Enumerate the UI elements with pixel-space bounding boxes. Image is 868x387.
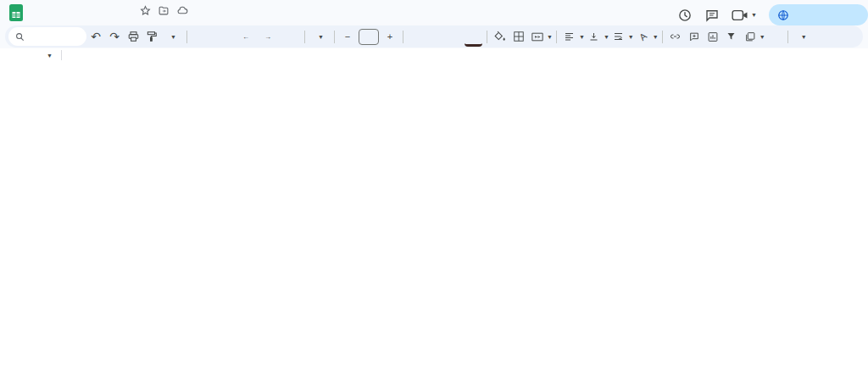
print-button[interactable] xyxy=(125,28,142,45)
merge-caret-icon[interactable]: ▼ xyxy=(547,34,553,40)
meet-caret-icon: ▼ xyxy=(751,12,757,18)
insert-chart-button[interactable] xyxy=(704,28,721,45)
name-box[interactable]: ▼ xyxy=(0,53,53,59)
insert-comment-button[interactable] xyxy=(686,28,702,45)
share-globe-icon xyxy=(777,9,789,21)
move-folder-icon[interactable] xyxy=(158,5,170,16)
horizontal-align-button[interactable] xyxy=(561,28,577,45)
search-icon xyxy=(15,32,25,42)
format-percent-button[interactable] xyxy=(214,28,234,45)
share-button[interactable] xyxy=(769,4,868,25)
text-color-button[interactable] xyxy=(465,27,482,47)
name-box-caret-icon: ▼ xyxy=(47,53,53,59)
version-history-icon[interactable] xyxy=(677,8,693,23)
increase-decimals-button[interactable]: → xyxy=(259,28,278,45)
horizontal-align-caret-icon[interactable]: ▼ xyxy=(579,34,585,40)
strikethrough-button[interactable] xyxy=(446,28,462,45)
format-currency-button[interactable] xyxy=(192,28,212,45)
cloud-status-icon[interactable] xyxy=(176,5,189,16)
font-size-increase-button[interactable]: + xyxy=(382,28,398,45)
zoom-select[interactable]: ▼ xyxy=(163,28,182,45)
vertical-align-caret-icon[interactable]: ▼ xyxy=(604,34,609,40)
text-rotation-button[interactable]: A xyxy=(632,25,654,48)
font-size-decrease-button[interactable]: − xyxy=(340,28,356,45)
fill-color-button[interactable] xyxy=(492,28,509,45)
undo-button[interactable]: ↶ xyxy=(88,28,104,45)
vertical-align-button[interactable] xyxy=(586,28,602,45)
table-views-caret-icon[interactable]: ▼ xyxy=(760,34,765,40)
sheets-logo-icon[interactable] xyxy=(8,4,25,21)
spreadsheet-grid[interactable] xyxy=(0,62,868,387)
google-sheets-app: ▼ ↶ ↷ ▼ ← → xyxy=(0,0,868,387)
filter-button[interactable] xyxy=(723,28,739,45)
meet-present-icon[interactable]: ▼ xyxy=(732,8,757,22)
toolbar: ↶ ↷ ▼ ← → ▼ − + xyxy=(5,25,863,48)
text-wrap-button[interactable] xyxy=(610,28,626,45)
formula-bar: ▼ xyxy=(0,48,868,63)
table-views-button[interactable] xyxy=(742,28,758,45)
more-formats-button[interactable] xyxy=(281,28,300,45)
font-select[interactable]: ▼ xyxy=(310,28,330,45)
borders-button[interactable] xyxy=(511,28,527,45)
italic-button[interactable] xyxy=(427,28,443,45)
menus-search-button[interactable] xyxy=(8,27,86,46)
star-icon[interactable] xyxy=(140,5,151,16)
decrease-decimals-button[interactable]: ← xyxy=(236,28,256,45)
insert-link-button[interactable] xyxy=(667,28,683,45)
comments-icon[interactable] xyxy=(704,8,720,23)
input-tools-button[interactable]: ▼ xyxy=(793,28,812,45)
paint-format-button[interactable] xyxy=(144,28,160,45)
redo-button[interactable]: ↷ xyxy=(107,28,123,45)
functions-button[interactable] xyxy=(766,28,782,45)
bold-button[interactable] xyxy=(409,28,425,45)
font-size-input[interactable] xyxy=(359,29,379,45)
merge-cells-button[interactable] xyxy=(530,28,546,45)
